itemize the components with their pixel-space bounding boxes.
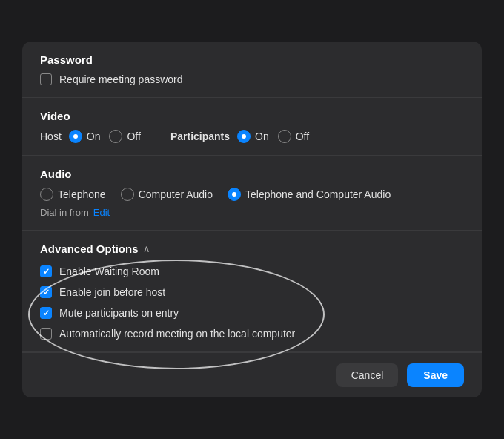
participants-radio-group: On Off [237,130,309,143]
host-label: Host [40,131,62,142]
dial-in-text: Dial in from [40,207,89,218]
host-on-option[interactable]: On [69,130,101,143]
advanced-header: Advanced Options ∧ [40,242,464,255]
participants-on-radio[interactable] [237,130,251,143]
telephone-radio[interactable] [40,188,53,201]
participants-off-option[interactable]: Off [278,130,309,143]
telephone-label: Telephone [58,188,106,200]
participants-on-option[interactable]: On [237,130,269,143]
password-section-title: Password [40,53,464,66]
require-password-label: Require meeting password [59,73,183,85]
telephone-option[interactable]: Telephone [40,188,106,201]
join-before-host-row: Enable join before host [40,286,464,298]
host-on-label: On [87,131,101,142]
advanced-section: Advanced Options ∧ Enable Waiting Room E… [22,231,482,352]
participants-label: Participants [170,131,230,142]
auto-record-checkbox[interactable] [40,328,52,340]
computer-audio-option[interactable]: Computer Audio [121,188,213,201]
save-button[interactable]: Save [407,363,464,387]
settings-dialog: Password Require meeting password Video … [22,42,482,397]
audio-section-title: Audio [40,168,464,180]
dialog-footer: Cancel Save [22,352,482,397]
computer-audio-label: Computer Audio [139,188,213,200]
mute-on-entry-label: Mute participants on entry [59,307,179,319]
video-section: Video Host On Off Participants On [22,98,482,156]
cancel-button[interactable]: Cancel [336,363,399,387]
waiting-room-checkbox[interactable] [40,265,52,277]
participants-off-label: Off [296,131,309,142]
both-audio-option[interactable]: Telephone and Computer Audio [228,188,391,201]
advanced-options-inner: Enable Waiting Room Enable join before h… [40,265,464,340]
require-password-checkbox[interactable] [40,73,52,85]
waiting-room-label: Enable Waiting Room [59,265,159,277]
waiting-room-row: Enable Waiting Room [40,265,464,277]
edit-link[interactable]: Edit [93,207,110,218]
both-audio-label: Telephone and Computer Audio [245,188,391,200]
auto-record-label: Automatically record meeting on the loca… [59,328,295,340]
advanced-chevron-icon[interactable]: ∧ [143,243,150,254]
join-before-host-checkbox[interactable] [40,286,52,298]
password-checkbox-row: Require meeting password [40,73,464,85]
audio-options-row: Telephone Computer Audio Telephone and C… [40,188,464,201]
join-before-host-label: Enable join before host [59,286,165,298]
participants-off-radio[interactable] [278,130,291,143]
host-off-label: Off [127,131,140,142]
both-audio-radio[interactable] [228,188,241,201]
host-off-radio[interactable] [109,130,122,143]
host-radio-group: On Off [69,130,141,143]
host-off-option[interactable]: Off [109,130,140,143]
video-options-row: Host On Off Participants On [40,130,464,143]
computer-audio-radio[interactable] [121,188,134,201]
advanced-title: Advanced Options [40,242,139,255]
advanced-options-list: Enable Waiting Room Enable join before h… [40,265,464,340]
audio-section: Audio Telephone Computer Audio Telephone… [22,156,482,231]
mute-on-entry-row: Mute participants on entry [40,307,464,319]
password-section: Password Require meeting password [22,42,482,98]
auto-record-row: Automatically record meeting on the loca… [40,328,464,340]
host-on-radio[interactable] [69,130,82,143]
dial-in-row: Dial in from Edit [40,207,464,218]
video-section-title: Video [40,110,464,122]
mute-on-entry-checkbox[interactable] [40,307,52,319]
participants-on-label: On [255,131,269,142]
